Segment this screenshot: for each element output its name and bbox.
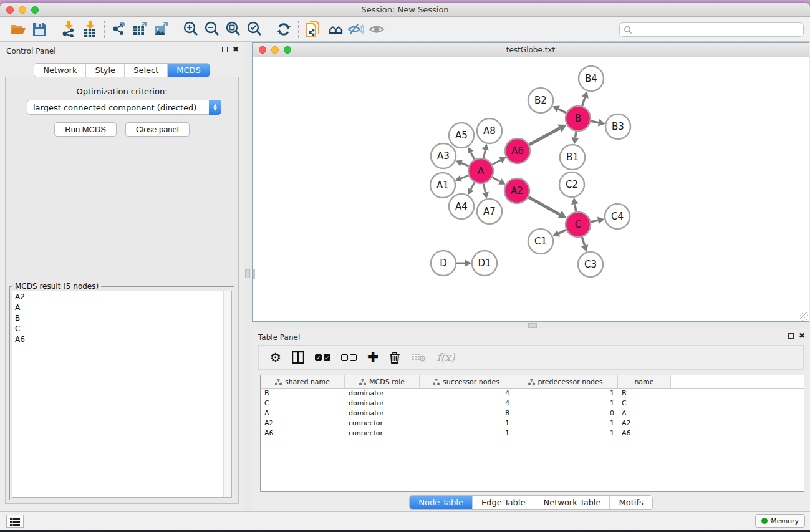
search-input[interactable] xyxy=(632,24,803,36)
delete-column-icon[interactable] xyxy=(389,351,400,364)
hide-selected-icon[interactable] xyxy=(345,20,366,39)
graph-edge[interactable] xyxy=(558,109,566,113)
tab-motifs[interactable]: Motifs xyxy=(610,496,652,509)
table-row[interactable]: A2 connector 1 1 A2 xyxy=(261,418,804,428)
table-row[interactable]: C dominator 4 1 C xyxy=(261,399,804,409)
tab-mcds[interactable]: MCDS xyxy=(168,64,210,77)
export-network-icon[interactable] xyxy=(108,20,130,39)
node-table[interactable]: shared name MCDS role successor nodes pr… xyxy=(260,375,804,492)
tab-edge-table[interactable]: Edge Table xyxy=(473,496,534,509)
copy-network-icon[interactable] xyxy=(302,20,324,39)
tree-icon xyxy=(433,379,440,385)
edge-arrowhead xyxy=(597,217,605,225)
scrollbar[interactable] xyxy=(253,269,255,279)
status-bar: Memory xyxy=(0,511,810,530)
export-table-icon[interactable] xyxy=(130,20,151,39)
select-all-icon[interactable]: ✓✓ xyxy=(315,354,330,361)
resize-grip-icon[interactable] xyxy=(800,312,808,321)
graph-edge[interactable] xyxy=(483,184,485,193)
graph-edge[interactable] xyxy=(471,152,475,159)
float-panel-icon[interactable] xyxy=(788,333,794,339)
scrollbar[interactable] xyxy=(223,291,231,497)
list-item[interactable]: A2 xyxy=(12,291,231,302)
node-label: A5 xyxy=(455,130,468,141)
float-panel-icon[interactable] xyxy=(222,47,228,52)
open-folder-icon[interactable] xyxy=(7,20,29,39)
deselect-all-icon[interactable] xyxy=(341,354,357,361)
graph-edge[interactable] xyxy=(582,237,584,246)
graph-edge[interactable] xyxy=(461,163,469,167)
memory-button[interactable]: Memory xyxy=(755,514,805,528)
table-row[interactable]: B dominator 4 1 B xyxy=(261,389,804,399)
list-item[interactable]: A6 xyxy=(12,334,231,344)
column-header[interactable]: MCDS role xyxy=(345,375,420,388)
graph-edge[interactable] xyxy=(591,220,598,221)
home-icon[interactable]: ⌂⌂ xyxy=(324,20,345,39)
graph-edge[interactable] xyxy=(461,175,468,178)
list-item[interactable]: A xyxy=(12,302,231,312)
column-header[interactable]: successor nodes xyxy=(420,375,513,388)
import-network-icon[interactable] xyxy=(58,20,79,39)
column-header[interactable]: predecessor nodes xyxy=(513,375,618,388)
close-panel-icon[interactable]: ✖ xyxy=(799,333,805,339)
tree-icon xyxy=(359,379,366,385)
graph-edge[interactable] xyxy=(492,160,500,165)
show-selected-icon[interactable] xyxy=(366,20,387,39)
delete-table-icon[interactable] xyxy=(411,352,426,362)
tab-network[interactable]: Network xyxy=(34,64,86,77)
save-icon[interactable] xyxy=(29,20,50,39)
network-canvas[interactable]: B4B2BB3B1A5A8A6A3AA1A2C2A4A7CC4C1C3DD1 xyxy=(253,57,809,321)
column-header[interactable]: shared name xyxy=(261,375,345,388)
settings-gear-icon[interactable]: ⚙ xyxy=(270,350,281,365)
graph-edge[interactable] xyxy=(582,97,586,106)
table-row[interactable]: A dominator 8 0 A xyxy=(261,409,804,418)
divider-handle[interactable] xyxy=(528,323,537,328)
search-field[interactable] xyxy=(619,22,804,37)
zoom-fit-icon[interactable] xyxy=(223,20,244,39)
graph-edge[interactable] xyxy=(529,128,560,145)
network-window-titlebar[interactable]: testGlobe.txt xyxy=(253,43,809,57)
zoom-out-icon[interactable] xyxy=(201,20,223,39)
split-divider-horizontal[interactable] xyxy=(252,322,810,329)
tab-select[interactable]: Select xyxy=(125,64,168,77)
node-label: B2 xyxy=(534,95,547,106)
graph-edge[interactable] xyxy=(471,182,475,189)
refresh-icon[interactable] xyxy=(273,20,294,39)
optimization-criterion-label: Optimization criterion: xyxy=(6,87,238,96)
split-divider-vertical[interactable] xyxy=(244,42,252,511)
add-column-icon[interactable]: ✚ xyxy=(367,351,378,364)
graph-edge[interactable] xyxy=(575,204,576,211)
list-item[interactable]: B xyxy=(12,312,231,323)
graph-edge[interactable] xyxy=(591,121,599,123)
edge-arrowhead xyxy=(482,144,489,151)
close-panel-button[interactable]: Close panel xyxy=(125,122,190,137)
graph-edge[interactable] xyxy=(483,150,485,158)
tree-icon xyxy=(528,379,535,385)
list-item[interactable]: C xyxy=(12,323,231,334)
function-builder-icon[interactable]: f(x) xyxy=(436,351,455,364)
graph-edge[interactable] xyxy=(559,230,566,233)
zoom-in-icon[interactable] xyxy=(180,20,201,39)
task-history-button[interactable] xyxy=(6,515,24,528)
graph-edge[interactable] xyxy=(528,197,559,215)
tab-network-table[interactable]: Network Table xyxy=(534,496,610,509)
divider-handle[interactable] xyxy=(245,269,250,278)
task-list-icon xyxy=(10,517,20,526)
tab-node-table[interactable]: Node Table xyxy=(410,496,473,509)
export-image-icon[interactable] xyxy=(151,20,172,39)
zoom-selected-icon[interactable] xyxy=(244,20,265,39)
node-label: C3 xyxy=(584,259,597,270)
column-header[interactable]: name xyxy=(618,375,671,388)
mcds-tab-content: Optimization criterion: largest connecte… xyxy=(5,77,239,504)
toggle-columns-icon[interactable] xyxy=(292,351,304,364)
mcds-result-list[interactable]: A2 A B C A6 xyxy=(12,291,232,498)
tab-style[interactable]: Style xyxy=(86,64,125,77)
criterion-dropdown[interactable]: largest connected component (directed) ▲… xyxy=(27,100,221,115)
run-mcds-button[interactable]: Run MCDS xyxy=(54,122,117,137)
table-row[interactable]: A6 connector 1 1 A6 xyxy=(261,428,804,438)
close-panel-icon[interactable]: ✖ xyxy=(233,47,239,52)
graph-edge[interactable] xyxy=(576,132,576,138)
graph-edge[interactable] xyxy=(492,177,499,181)
import-table-icon[interactable] xyxy=(79,20,100,39)
toolbar-separator xyxy=(298,21,299,38)
